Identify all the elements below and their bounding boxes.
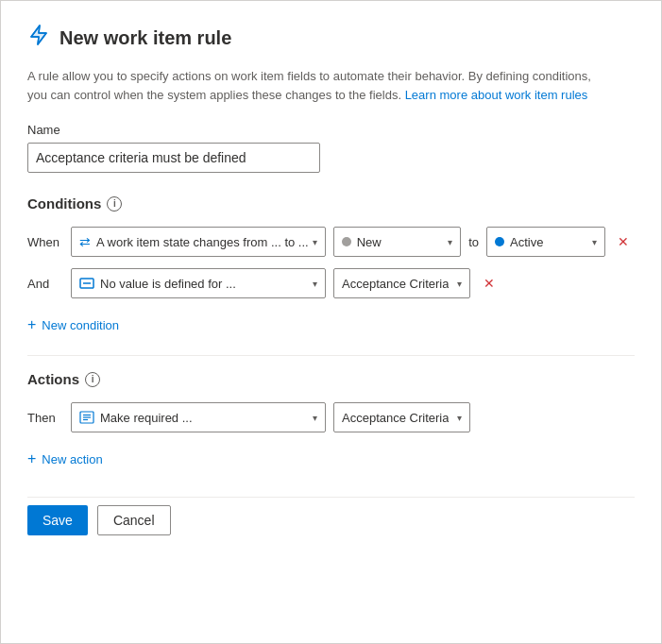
page-header: New work item rule [27,24,635,52]
then-criteria-text: Acceptance Criteria [342,411,449,425]
state-from-chevron: ▾ [448,237,452,247]
description-text: A rule allow you to specify actions on w… [27,67,635,104]
state-to-dropdown[interactable]: Active ▾ [486,227,605,257]
and-close-button[interactable]: ✕ [478,272,501,295]
name-input[interactable] [27,143,320,173]
and-label: And [27,277,63,291]
then-label: Then [27,411,63,425]
conditions-header: Conditions i [27,195,635,212]
main-container: New work item rule A rule allow you to s… [0,0,662,644]
actions-section: Actions i Then Make required ... [27,371,635,474]
when-label: When [27,235,63,249]
add-action-label: New action [42,452,102,466]
when-dropdown-text: A work item state changes from ... to ..… [96,235,309,249]
then-dropdown[interactable]: Make required ... ▾ [71,402,326,432]
no-value-icon [79,278,94,289]
and-dropdown[interactable]: No value is defined for ... ▾ [71,268,326,298]
when-close-button[interactable]: ✕ [613,230,635,253]
lightning-bolt-icon [27,24,50,52]
state-from-dot [342,237,351,246]
add-condition-label: New condition [42,318,119,332]
learn-more-link[interactable]: Learn more about work item rules [405,88,588,102]
and-criteria-chevron: ▾ [457,279,462,289]
cancel-button[interactable]: Cancel [97,505,171,535]
state-to-dot [495,237,504,246]
state-to-chevron: ▾ [592,237,597,247]
state-from-dropdown[interactable]: New ▾ [333,227,461,257]
add-condition-icon: + [27,317,36,332]
and-criteria-dropdown[interactable]: Acceptance Criteria ▾ [333,268,470,298]
conditions-label: Conditions [27,195,101,212]
save-button[interactable]: Save [27,505,88,535]
then-dropdown-text: Make required ... [100,411,193,425]
divider [27,355,635,356]
add-condition-link[interactable]: + New condition [27,310,635,340]
add-action-link[interactable]: + New action [27,444,635,474]
and-dropdown-text: No value is defined for ... [100,277,236,291]
and-row: And No value is defined for ... ▾ Accept… [27,268,635,298]
state-to-text: Active [510,235,543,249]
arrows-icon: ⇄ [79,234,91,249]
when-dropdown[interactable]: ⇄ A work item state changes from ... to … [71,227,326,257]
conditions-section: Conditions i When ⇄ A work item state ch… [27,195,635,340]
when-row: When ⇄ A work item state changes from ..… [27,227,635,257]
make-required-icon [79,411,94,424]
name-label: Name [27,123,635,137]
footer: Save Cancel [27,497,635,535]
to-label: to [468,235,479,249]
then-criteria-chevron: ▾ [457,413,462,423]
description-line1: A rule allow you to specify actions on w… [27,69,591,83]
when-chevron-icon: ▾ [313,237,317,247]
name-section: Name [27,123,635,173]
add-action-icon: + [27,451,36,466]
then-chevron-icon: ▾ [313,413,317,423]
actions-label: Actions [27,371,79,387]
state-from-text: New [357,235,382,249]
and-criteria-text: Acceptance Criteria [342,277,449,291]
description-line2: you can control when the system applies … [27,88,401,102]
conditions-info-icon[interactable]: i [107,196,122,212]
actions-info-icon[interactable]: i [85,372,100,387]
then-row: Then Make required ... ▾ [27,402,635,432]
then-criteria-dropdown[interactable]: Acceptance Criteria ▾ [333,402,470,432]
actions-header: Actions i [27,371,635,387]
and-chevron-icon: ▾ [313,279,317,289]
page-title: New work item rule [59,27,231,49]
